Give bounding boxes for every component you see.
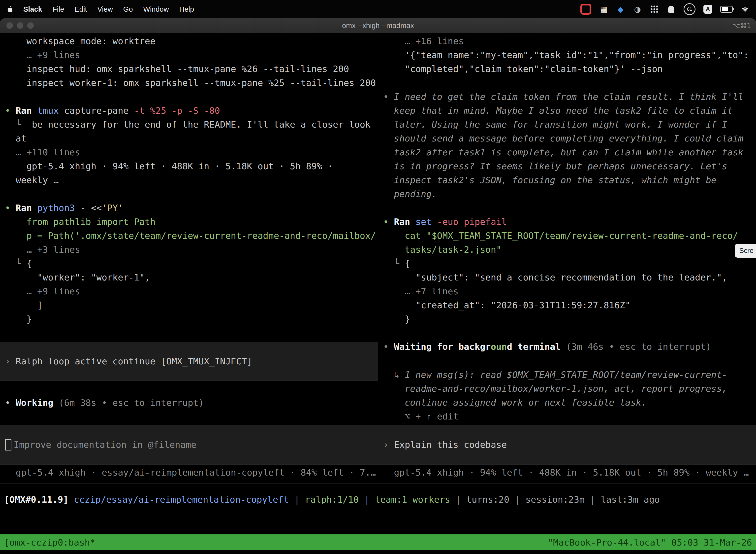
terminal-gap xyxy=(378,326,756,340)
window-shortcut-hint: ⌥⌘1 xyxy=(733,18,751,33)
browser-circle-icon[interactable]: ◑ xyxy=(633,3,642,15)
terminal-gap xyxy=(0,326,378,342)
terminal-line: "created_at": "2026-03-31T11:59:27.816Z" xyxy=(378,298,756,312)
menubar-status-icons: ▦ ◆ ◑ 61 A xyxy=(580,3,750,15)
prompt-row[interactable]: › Explain this codebase xyxy=(378,425,756,465)
menu-slack[interactable]: Slack xyxy=(23,5,42,13)
menu-help[interactable]: Help xyxy=(179,5,194,13)
battery-percent-badge[interactable]: 61 xyxy=(684,3,695,15)
terminal-window: omx --xhigh --madmax ⌥⌘1 workspace_mode:… xyxy=(0,18,756,554)
screen: SlackFileEditViewGoWindowHelp ▦ ◆ ◑ 61 A xyxy=(0,0,756,554)
terminal-line: … +110 lines xyxy=(0,146,378,159)
terminal-line: • Working (6m 38s • esc to interrupt) xyxy=(0,396,378,410)
terminal-gap xyxy=(378,354,756,368)
bottom-gap xyxy=(0,550,756,554)
terminal-line: task2 after task1 is complete, but can I… xyxy=(378,146,756,159)
terminal-line: keep that in mind. Maybe I also need the… xyxy=(378,104,756,118)
text-cursor xyxy=(5,439,11,450)
terminal-line: inspect_hud: omx sparkshell --tmux-pane … xyxy=(0,62,378,76)
terminal-line: p = Path('.omx/state/team/review-current… xyxy=(0,229,378,243)
terminal-line: } xyxy=(0,312,378,326)
terminal-gap xyxy=(378,76,756,90)
terminal-line: gpt-5.4 xhigh · 94% left · 488K in · 5.1… xyxy=(0,159,378,173)
terminal-line: '{"team_name":"my-team","task_id":"1","f… xyxy=(378,48,756,62)
tmux-status-bar: [omx-cczip0:bash* "MacBook-Pro-44.local"… xyxy=(0,535,756,550)
terminal-line: should send a message before completing … xyxy=(378,131,756,146)
tmux-host-clock: "MacBook-Pro-44.local" 05:03 31-Mar-26 xyxy=(548,537,752,548)
terminal-line: • I need to get the claim token from the… xyxy=(378,90,756,104)
terminal-line: later. Using the same for transition mig… xyxy=(378,118,756,131)
battery-percent-value: 61 xyxy=(684,3,695,15)
terminal-line: gpt-5.4 xhigh · essay/ai-reimplementatio… xyxy=(0,466,378,480)
terminal-line: ] xyxy=(0,298,378,312)
terminal-line: • Waiting for background terminal (3m 46… xyxy=(378,340,756,354)
terminal-line: from pathlib import Path xyxy=(0,215,378,229)
terminal-line: └ be necessary for the end of the README… xyxy=(0,118,378,131)
terminal-line: └ { xyxy=(378,257,756,271)
terminal-line: • Ran set -euo pipefail xyxy=(378,215,756,229)
terminal-line: … +9 lines xyxy=(0,284,378,298)
terminal-line: inspect_worker-1: omx sparkshell --tmux-… xyxy=(0,76,378,90)
terminal-line: "completed","claim_token":"claim-token"}… xyxy=(378,62,756,76)
input-source-letter: A xyxy=(703,5,712,14)
terminal-line: continue assigned work or next feasible … xyxy=(378,396,756,409)
terminal-line: inspect task2's JSON, focusing on the st… xyxy=(378,173,756,187)
menubar: SlackFileEditViewGoWindowHelp ▦ ◆ ◑ 61 A xyxy=(0,0,756,18)
terminal-panes: workspace_mode: worktree … +9 lines insp… xyxy=(0,33,756,484)
terminal-line: tasks/task-2.json" xyxy=(378,243,756,257)
window-titlebar[interactable]: omx --xhigh --madmax ⌥⌘1 xyxy=(0,18,756,33)
terminal-gap xyxy=(0,90,378,104)
terminal-pane-left[interactable]: workspace_mode: worktree … +9 lines insp… xyxy=(0,33,378,484)
prompt-row[interactable]: › Ralph loop active continue [OMX_TMUX_I… xyxy=(0,342,378,381)
terminal-gap xyxy=(378,201,756,215)
dots-grid-icon[interactable] xyxy=(650,3,659,15)
menu-edit[interactable]: Edit xyxy=(75,5,87,13)
terminal-line: ⌥ + ↑ edit xyxy=(378,409,756,424)
grid-icon[interactable]: ▦ xyxy=(599,3,608,15)
terminal-line: at xyxy=(0,131,378,146)
menu-file[interactable]: File xyxy=(53,5,64,13)
menubar-menu-items: SlackFileEditViewGoWindowHelp xyxy=(23,5,204,13)
terminal-line: workspace_mode: worktree xyxy=(0,34,378,48)
screenshot-thumbnail[interactable]: Scre xyxy=(735,244,756,258)
terminal-line: … +7 lines xyxy=(378,284,756,298)
terminal-line: … +9 lines xyxy=(0,48,378,62)
prompt-row[interactable]: Improve documentation in @filename xyxy=(0,425,378,465)
terminal-line: is in progress? It seems likely but perh… xyxy=(378,159,756,173)
terminal-gap xyxy=(0,187,378,201)
terminal-line: pending. xyxy=(378,187,756,201)
terminal-line: … +16 lines xyxy=(378,34,756,48)
window-title: omx --xhigh --madmax xyxy=(0,18,756,33)
menubar-menus-group: SlackFileEditViewGoWindowHelp xyxy=(6,5,204,13)
terminal-line: cat "$OMX_TEAM_STATE_ROOT/team/review-cu… xyxy=(378,229,756,243)
menu-window[interactable]: Window xyxy=(143,5,169,13)
terminal-gap xyxy=(0,381,378,396)
terminal-line: • Ran python3 - <<'PY' xyxy=(0,201,378,215)
omx-status-bar: [OMX#0.11.9] cczip/essay/ai-reimplementa… xyxy=(0,484,756,535)
gem-icon[interactable]: ◆ xyxy=(616,3,625,15)
input-source-icon[interactable]: A xyxy=(703,3,712,15)
screen-recording-stop-icon[interactable] xyxy=(580,3,591,15)
terminal-line: gpt-5.4 xhigh · 94% left · 488K in · 5.1… xyxy=(378,466,756,480)
menu-go[interactable]: Go xyxy=(123,5,133,13)
terminal-line: } xyxy=(378,312,756,326)
terminal-line: readme-and-reco/mailbox/worker-1.json, a… xyxy=(378,382,756,396)
terminal-line: … +3 lines xyxy=(0,243,378,257)
terminal-pane-right[interactable]: … +16 lines '{"team_name":"my-team","tas… xyxy=(378,33,756,484)
apple-menu-icon[interactable] xyxy=(6,5,14,13)
terminal-gap xyxy=(0,410,378,425)
terminal-line: • Ran tmux capture-pane -t %25 -p -S -80 xyxy=(0,104,378,118)
wifi-icon[interactable] xyxy=(741,3,750,15)
terminal-line: └ { xyxy=(0,257,378,271)
terminal-line: "worker": "worker-1", xyxy=(0,271,378,284)
terminal-line: ↳ 1 new msg(s): read $OMX_TEAM_STATE_ROO… xyxy=(378,368,756,382)
ghost-icon[interactable] xyxy=(667,3,676,15)
menu-view[interactable]: View xyxy=(98,5,113,13)
terminal-line: "subject": "send a concise recommendatio… xyxy=(378,271,756,284)
battery-icon[interactable] xyxy=(720,3,733,15)
omx-status-line: [OMX#0.11.9] cczip/essay/ai-reimplementa… xyxy=(0,493,756,507)
terminal-line: weekly … xyxy=(0,173,378,187)
tmux-session-info: [omx-cczip0:bash* xyxy=(4,537,95,548)
